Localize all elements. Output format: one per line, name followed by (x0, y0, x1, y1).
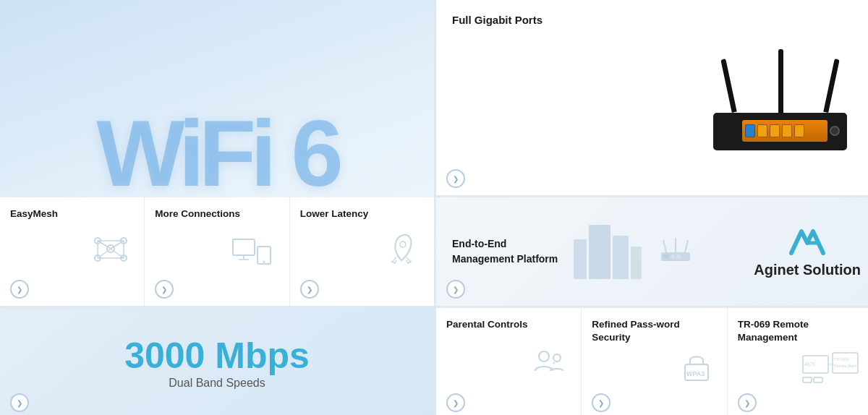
feature-easymesh: EasyMesh ❯ (0, 197, 145, 306)
connections-title: More Connections (155, 208, 281, 221)
easymesh-chevron[interactable]: ❯ (10, 280, 29, 299)
svg-point-25 (263, 261, 265, 263)
mgmt-text: End-to-End Management Platform (452, 237, 558, 266)
router-body (713, 113, 847, 150)
easymesh-title: EasyMesh (10, 208, 137, 221)
speed-value: 3000 Mbps (124, 338, 310, 374)
speed-label: Dual Band Speeds (169, 377, 265, 390)
feature-latency: Lower Latency ❯ (290, 197, 434, 306)
mgmt-title-line1: End-to-End (452, 237, 558, 251)
svg-rect-1 (663, 254, 669, 259)
wifi6-text: WiFi 6 (96, 99, 338, 208)
speed-card: 3000 Mbps Dual Band Speeds ❯ (0, 308, 434, 415)
rocket-icon-area (300, 230, 427, 268)
gigabit-title: Full Gigabit Ports (452, 13, 542, 27)
svg-rect-33 (833, 353, 858, 373)
svg-point-28 (553, 354, 561, 361)
power-btn (830, 126, 840, 136)
feature-parental: Parental Controls ❯ (436, 308, 582, 415)
wpa-icon-area: WPA3 (592, 348, 719, 386)
devices-icon-area (155, 231, 281, 267)
password-title: Refined Pass-word Security (592, 318, 719, 344)
antenna-left (720, 59, 736, 113)
svg-point-27 (539, 351, 549, 361)
aginet-icon (786, 226, 829, 259)
svg-text:Remote Mgmt: Remote Mgmt (834, 364, 857, 368)
svg-rect-20 (233, 239, 255, 255)
parental-title: Parental Controls (446, 318, 574, 331)
aginet-label: Aginet Solution (754, 262, 861, 278)
svg-text:ACS: ACS (804, 361, 815, 367)
feature-password: Refined Pass-word Security WPA3 ❯ (582, 308, 727, 415)
bottom-features-card: Parental Controls ❯ Refined Pass-word Se… (436, 308, 868, 415)
antenna-center (778, 49, 783, 113)
svg-line-14 (98, 249, 111, 258)
svg-rect-2 (671, 254, 675, 259)
parental-icon-area (446, 343, 574, 378)
svg-line-13 (111, 241, 124, 249)
gigabit-text-section: Full Gigabit Ports (452, 13, 542, 187)
svg-rect-37 (803, 377, 812, 382)
page-grid: WiFi 6 ❯ Full Gigabit Ports (0, 0, 868, 415)
svg-line-12 (98, 241, 111, 249)
gigabit-chevron[interactable]: ❯ (446, 169, 465, 188)
antenna-right (823, 59, 839, 113)
feature-connections: More Connections ❯ (145, 197, 289, 306)
mgmt-chevron[interactable]: ❯ (446, 280, 465, 299)
router-illustration (706, 42, 858, 158)
port-4 (794, 124, 804, 137)
svg-text:TR-069: TR-069 (834, 357, 849, 361)
svg-line-4 (663, 240, 666, 252)
connections-chevron[interactable]: ❯ (155, 280, 174, 299)
port-1 (757, 124, 767, 137)
svg-point-26 (400, 241, 406, 247)
speed-chevron[interactable]: ❯ (10, 393, 29, 412)
svg-line-6 (685, 240, 688, 252)
svg-text:WPA3: WPA3 (686, 370, 705, 377)
svg-rect-3 (676, 254, 681, 259)
features-card: EasyMesh ❯ (0, 197, 434, 306)
aginet-section: Aginet Solution (754, 226, 861, 278)
tr069-title: TR-069 Remote Management (738, 318, 865, 344)
tr069-chevron[interactable]: ❯ (738, 393, 757, 412)
port-2 (770, 124, 780, 137)
gigabit-card: Full Gigabit Ports (436, 0, 868, 195)
latency-title: Lower Latency (300, 208, 427, 221)
management-card: End-to-End Management Platform (436, 197, 868, 306)
password-chevron[interactable]: ❯ (592, 393, 610, 412)
svg-rect-38 (814, 377, 822, 382)
remote-icon-area: ACS TR-069 Remote Mgmt (738, 350, 865, 385)
port-3 (782, 124, 792, 137)
gigabit-image-section (542, 13, 858, 187)
mgmt-title-line2: Management Platform (452, 252, 558, 266)
port-wan (745, 124, 755, 137)
svg-line-15 (111, 249, 124, 258)
latency-chevron[interactable]: ❯ (300, 280, 319, 299)
mesh-icon-area (10, 231, 137, 267)
building-illustration (574, 225, 642, 279)
mgmt-router-icon (658, 234, 694, 270)
feature-tr069: TR-069 Remote Management ACS TR-069 Remo… (728, 308, 868, 415)
port-area (742, 120, 827, 142)
parental-chevron[interactable]: ❯ (446, 393, 465, 412)
